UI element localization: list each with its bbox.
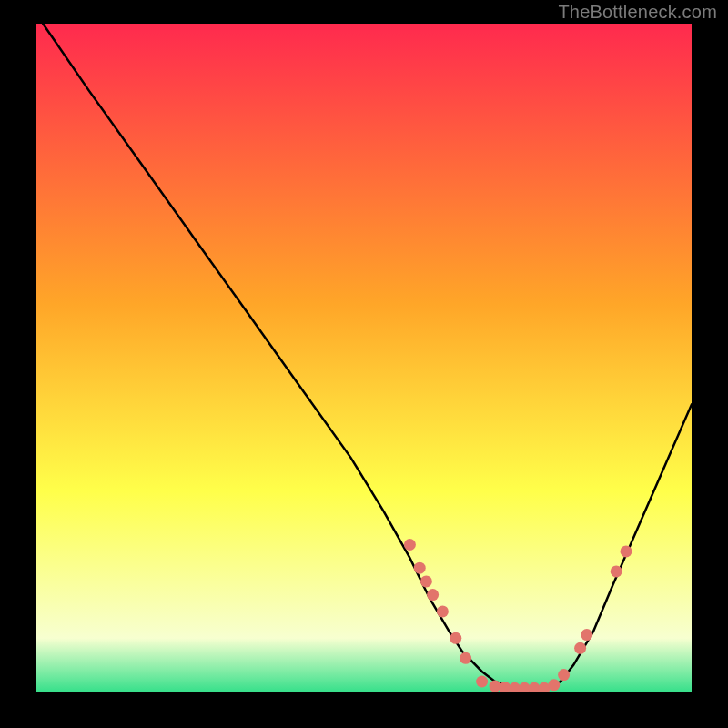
data-marker xyxy=(460,652,471,664)
gradient-background xyxy=(36,24,692,692)
data-marker xyxy=(490,681,501,692)
data-marker xyxy=(450,632,461,644)
chart-container: TheBottleneck.com xyxy=(0,0,728,728)
data-marker xyxy=(404,539,416,551)
data-marker xyxy=(420,575,432,587)
attribution-label: TheBottleneck.com xyxy=(558,2,717,23)
data-marker xyxy=(581,629,592,641)
data-marker xyxy=(621,545,632,557)
data-marker xyxy=(414,562,426,574)
data-marker xyxy=(427,589,439,601)
data-marker xyxy=(611,565,622,577)
plot-svg xyxy=(36,24,692,692)
data-marker xyxy=(437,605,449,617)
data-marker xyxy=(574,642,586,654)
data-marker xyxy=(548,679,560,691)
plot-area xyxy=(36,24,692,692)
data-marker xyxy=(558,669,570,681)
data-marker xyxy=(476,676,488,688)
